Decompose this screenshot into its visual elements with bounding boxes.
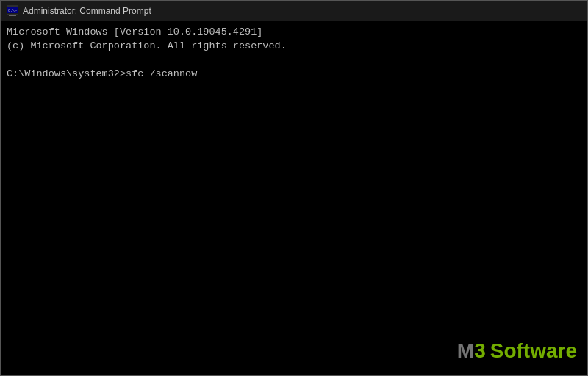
cmd-window: C:\>_ Administrator: Command Prompt Micr… bbox=[0, 0, 588, 376]
svg-rect-3 bbox=[10, 15, 15, 15]
terminal-line-1: Microsoft Windows [Version 10.0.19045.42… bbox=[7, 26, 581, 40]
watermark-m3: M3 bbox=[457, 336, 486, 365]
title-bar-label: Administrator: Command Prompt bbox=[23, 6, 581, 16]
terminal-line-2: (c) Microsoft Corporation. All rights re… bbox=[7, 40, 581, 54]
svg-rect-4 bbox=[9, 15, 16, 16]
watermark-three: 3 bbox=[474, 339, 486, 362]
watermark-software-text: Software bbox=[490, 336, 577, 365]
terminal-body[interactable]: Microsoft Windows [Version 10.0.19045.42… bbox=[1, 21, 587, 375]
svg-text:C:\>_: C:\>_ bbox=[8, 9, 18, 13]
watermark-m: M bbox=[457, 339, 474, 362]
cmd-icon: C:\>_ bbox=[7, 5, 18, 17]
terminal-line-3 bbox=[7, 54, 581, 68]
title-bar: C:\>_ Administrator: Command Prompt bbox=[1, 1, 587, 21]
terminal-line-4: C:\Windows\system32>sfc /scannow bbox=[7, 68, 581, 82]
watermark: M3 Software bbox=[457, 336, 577, 365]
